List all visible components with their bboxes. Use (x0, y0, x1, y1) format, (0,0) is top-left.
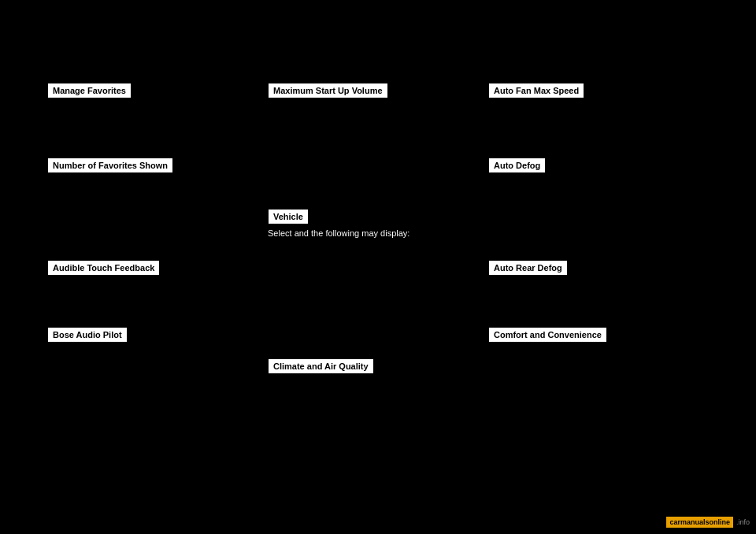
manage-favorites-label: Manage Favorites (47, 83, 132, 98)
vehicle-label: Vehicle (268, 209, 309, 224)
auto-fan-max-speed-label: Auto Fan Max Speed (488, 83, 584, 98)
vehicle-item[interactable]: Vehicle Select and the following may dis… (268, 209, 410, 239)
column-1: Manage Favorites Number of Favorites Sho… (47, 47, 268, 487)
watermark: carmanualsonline .info (666, 517, 750, 528)
vehicle-description: Select and the following may display: (268, 228, 410, 239)
auto-defog-label: Auto Defog (488, 158, 546, 173)
auto-fan-max-speed-item[interactable]: Auto Fan Max Speed (488, 83, 584, 98)
column-2: Maximum Start Up Volume Vehicle Select a… (268, 47, 488, 487)
comfort-convenience-label: Comfort and Convenience (488, 327, 607, 343)
bose-audio-item[interactable]: Bose Audio Pilot (47, 327, 128, 343)
max-startup-volume-item[interactable]: Maximum Start Up Volume (268, 83, 388, 98)
auto-rear-defog-item[interactable]: Auto Rear Defog (488, 260, 568, 276)
watermark-logo: carmanualsonline (666, 517, 733, 528)
bose-audio-label: Bose Audio Pilot (47, 327, 128, 343)
manage-favorites-item[interactable]: Manage Favorites (47, 83, 132, 98)
auto-rear-defog-label: Auto Rear Defog (488, 260, 568, 276)
number-favorites-label: Number of Favorites Shown (47, 158, 173, 173)
climate-air-quality-label: Climate and Air Quality (268, 358, 374, 374)
audible-touch-item[interactable]: Audible Touch Feedback (47, 260, 160, 276)
column-3: Auto Fan Max Speed Auto Defog Auto Rear … (488, 47, 709, 487)
content-area: Manage Favorites Number of Favorites Sho… (47, 47, 709, 487)
auto-defog-item[interactable]: Auto Defog (488, 158, 546, 173)
audible-touch-label: Audible Touch Feedback (47, 260, 160, 276)
max-startup-volume-label: Maximum Start Up Volume (268, 83, 388, 98)
columns-wrapper: Manage Favorites Number of Favorites Sho… (47, 47, 709, 487)
number-favorites-item[interactable]: Number of Favorites Shown (47, 158, 173, 173)
watermark-url: .info (736, 518, 750, 526)
comfort-convenience-item[interactable]: Comfort and Convenience (488, 327, 607, 343)
climate-air-quality-item[interactable]: Climate and Air Quality (268, 358, 374, 374)
